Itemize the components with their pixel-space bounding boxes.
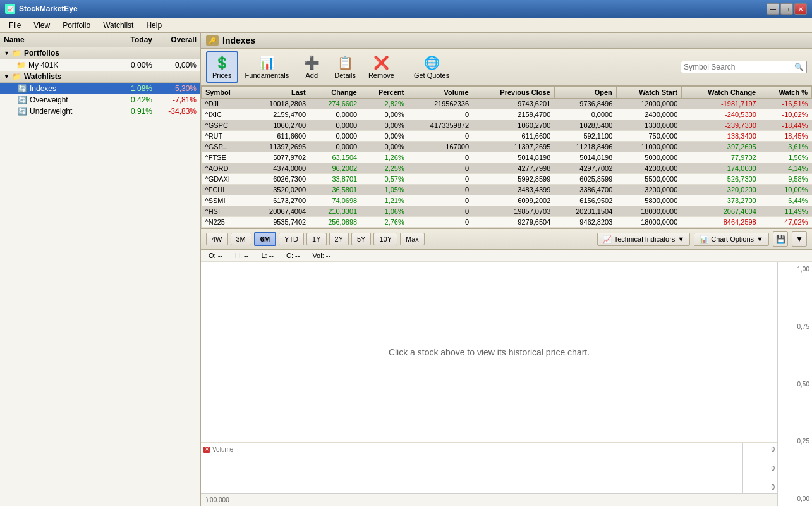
details-icon: 📋 — [337, 55, 353, 70]
time-1y-button[interactable]: 1Y — [306, 233, 326, 245]
table-row[interactable]: ^HSI 20067,4004 210,3301 1,06% 0 19857,0… — [202, 206, 812, 217]
time-10y-button[interactable]: 10Y — [373, 233, 397, 245]
cell-watch-pct: 9,58% — [760, 174, 812, 185]
cell-symbol: ^GDAXI — [202, 174, 248, 185]
toolbar-separator — [404, 54, 404, 80]
table-row[interactable]: ^IXIC 2159,4700 0,0000 0,00% 0 2159,4700… — [202, 109, 812, 120]
cell-watch-change: 320,0200 — [681, 185, 760, 195]
cell-volume: 0 — [408, 131, 473, 142]
table-row[interactable]: ^AORD 4374,0000 96,2002 2,25% 0 4277,799… — [202, 163, 812, 174]
cell-volume: 0 — [408, 217, 473, 228]
cell-watch-pct: -18,45% — [760, 131, 812, 142]
symbol-search-input[interactable] — [684, 63, 794, 71]
cell-watch-pct: -47,02% — [760, 217, 812, 228]
cell-percent: 0,00% — [361, 131, 408, 142]
cell-prev-close: 9279,6504 — [473, 217, 554, 228]
add-button[interactable]: ➕ Add — [296, 52, 327, 82]
add-icon: ➕ — [304, 55, 320, 70]
table-row[interactable]: ^FTSE 5077,9702 63,1504 1,26% 0 5014,819… — [202, 152, 812, 163]
volume-section: ✕ Volume 0 0 0 — [201, 443, 777, 493]
col-change-header: Change — [310, 87, 361, 99]
cell-last: 9535,7402 — [248, 217, 310, 228]
my401k-label-group: 📁 My 401K — [4, 61, 108, 70]
get-quotes-button[interactable]: 🌐 Get Quotes — [408, 52, 455, 82]
table-row[interactable]: ^FCHI 3520,0200 36,5801 1,05% 0 3483,439… — [202, 185, 812, 195]
fundamentals-button[interactable]: 📊 Fundamentals — [239, 52, 295, 82]
cell-change: 256,0898 — [310, 217, 361, 228]
maximize-button[interactable]: □ — [780, 3, 793, 15]
cell-percent: 1,06% — [361, 206, 408, 217]
close-button[interactable]: ✕ — [794, 3, 807, 15]
indexes-overall: -5,30% — [152, 84, 197, 93]
remove-button[interactable]: ❌ Remove — [363, 52, 400, 82]
cell-volume: 0 — [408, 163, 473, 174]
search-icon: 🔍 — [794, 63, 804, 71]
table-row[interactable]: ^DJI 10018,2803 274,6602 2,82% 219562336… — [202, 99, 812, 109]
cell-change: 0,0000 — [310, 120, 361, 131]
chart-options-button[interactable]: 📊 Chart Options ▼ — [694, 233, 769, 246]
watchlist-item-indexes[interactable]: 🔄 Indexes 1,08% -5,30% — [0, 83, 200, 94]
prices-button[interactable]: 💲 Prices — [206, 51, 238, 83]
time-6m-button[interactable]: 6M — [254, 232, 276, 246]
cell-last: 4374,0000 — [248, 163, 310, 174]
time-5y-button[interactable]: 5Y — [351, 233, 371, 245]
time-ytd-button[interactable]: YTD — [279, 233, 304, 245]
details-button[interactable]: 📋 Details — [329, 52, 361, 82]
table-row[interactable]: ^RUT 611,6600 0,0000 0,00% 0 611,6600 59… — [202, 131, 812, 142]
cell-watch-change: 77,9702 — [681, 152, 760, 163]
cell-change: 96,2002 — [310, 163, 361, 174]
overweight-icon: 🔄 — [18, 96, 27, 104]
cell-prev-close: 1060,2700 — [473, 120, 554, 131]
col-percent-header: Percent — [361, 87, 408, 99]
minimize-button[interactable]: — — [767, 3, 779, 15]
main-toolbar: 💲 Prices 📊 Fundamentals ➕ Add 📋 Details … — [201, 49, 812, 86]
cell-change: 74,0698 — [310, 195, 361, 206]
time-3m-button[interactable]: 3M — [231, 233, 251, 245]
my401k-overall: 0,00% — [152, 61, 197, 70]
underweight-today: 0,91% — [108, 107, 152, 116]
watchlist-item-overweight[interactable]: 🔄 Overweight 0,42% -7,81% — [0, 94, 200, 106]
menu-watchlist[interactable]: Watchlist — [97, 20, 140, 31]
menu-file[interactable]: File — [3, 20, 27, 31]
menu-view[interactable]: View — [27, 20, 56, 31]
time-2y-button[interactable]: 2Y — [329, 233, 349, 245]
add-label: Add — [305, 71, 318, 79]
get-quotes-label: Get Quotes — [414, 71, 449, 79]
watchlists-folder-icon: 📁 — [12, 72, 21, 81]
table-row[interactable]: ^GSPC 1060,2700 0,0000 0,00% 4173359872 … — [202, 120, 812, 131]
cell-watch-change: -1981,7197 — [681, 99, 760, 109]
technical-indicators-icon: 📈 — [603, 235, 612, 244]
save-chart-button[interactable]: 💾 — [773, 231, 788, 247]
time-max-button[interactable]: Max — [400, 233, 425, 245]
time-4w-button[interactable]: 4W — [206, 233, 228, 245]
expand-chart-button[interactable]: ▼ — [792, 231, 807, 247]
menu-help[interactable]: Help — [140, 20, 168, 31]
cell-open: 0,0000 — [554, 109, 616, 120]
technical-indicators-button[interactable]: 📈 Technical Indicators ▼ — [597, 233, 691, 246]
time-axis: ):00.000 — [201, 493, 777, 506]
prices-label: Prices — [212, 71, 232, 79]
chart-main-area: Click a stock above to view its historic… — [201, 262, 777, 443]
table-row[interactable]: ^GSP... 11397,2695 0,0000 0,00% 167000 1… — [202, 142, 812, 152]
cell-volume: 0 — [408, 206, 473, 217]
volume-close-icon[interactable]: ✕ — [203, 447, 210, 453]
symbol-search-box[interactable]: 🔍 — [681, 61, 807, 73]
app-icon: 📈 — [5, 4, 15, 14]
cell-prev-close: 3483,4399 — [473, 185, 554, 195]
watchlist-item-underweight[interactable]: 🔄 Underweight 0,91% -34,83% — [0, 106, 200, 117]
menu-portfolio[interactable]: Portfolio — [56, 20, 97, 31]
portfolios-label: Portfolios — [24, 49, 59, 58]
table-row[interactable]: ^GDAXI 6026,7300 33,8701 0,57% 0 5992,85… — [202, 174, 812, 185]
table-row[interactable]: ^N225 9535,7402 256,0898 2,76% 0 9279,65… — [202, 217, 812, 228]
cell-symbol: ^FTSE — [202, 152, 248, 163]
cell-last: 3520,0200 — [248, 185, 310, 195]
chart-options-icon: 📊 — [700, 235, 708, 244]
my401k-item[interactable]: 📁 My 401K 0,00% 0,00% — [0, 59, 200, 71]
cell-change: 0,0000 — [310, 142, 361, 152]
right-panel: 🔑 Indexes 💲 Prices 📊 Fundamentals ➕ Add … — [201, 33, 812, 506]
cell-percent: 1,21% — [361, 195, 408, 206]
cell-watch-start: 750,0000 — [616, 131, 681, 142]
cell-watch-pct: 3,61% — [760, 142, 812, 152]
table-row[interactable]: ^SSMI 6173,2700 74,0698 1,21% 0 6099,200… — [202, 195, 812, 206]
cell-symbol: ^GSP... — [202, 142, 248, 152]
